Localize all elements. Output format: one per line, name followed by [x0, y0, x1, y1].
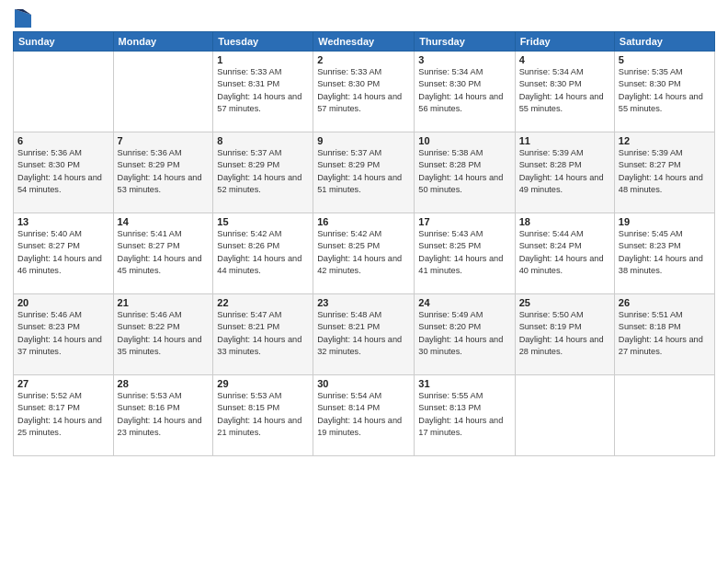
day-number: 16: [317, 216, 410, 227]
day-number: 28: [118, 378, 210, 389]
calendar-weekday-sunday: Sunday: [14, 32, 114, 52]
calendar-cell: 1Sunrise: 5:33 AMSunset: 8:31 PMDaylight…: [213, 52, 313, 132]
day-number: 10: [418, 135, 510, 146]
day-info: Sunrise: 5:41 AMSunset: 8:27 PMDaylight:…: [118, 228, 210, 277]
day-number: 4: [519, 54, 610, 65]
day-number: 1: [217, 54, 309, 65]
calendar-cell: 18Sunrise: 5:44 AMSunset: 8:24 PMDayligh…: [515, 213, 614, 294]
calendar-week-row: 13Sunrise: 5:40 AMSunset: 8:27 PMDayligh…: [14, 213, 715, 294]
day-number: 11: [519, 135, 610, 146]
day-number: 7: [118, 135, 210, 146]
day-info: Sunrise: 5:46 AMSunset: 8:23 PMDaylight:…: [17, 309, 109, 358]
day-info: Sunrise: 5:38 AMSunset: 8:28 PMDaylight:…: [418, 147, 510, 196]
day-info: Sunrise: 5:55 AMSunset: 8:13 PMDaylight:…: [418, 390, 510, 439]
day-number: 18: [519, 216, 610, 227]
calendar-cell: 16Sunrise: 5:42 AMSunset: 8:25 PMDayligh…: [313, 213, 415, 294]
day-info: Sunrise: 5:47 AMSunset: 8:21 PMDaylight:…: [217, 309, 309, 358]
calendar-cell: [614, 375, 714, 456]
calendar-cell: 7Sunrise: 5:36 AMSunset: 8:29 PMDaylight…: [113, 132, 213, 213]
calendar-weekday-thursday: Thursday: [415, 32, 515, 52]
calendar-weekday-wednesday: Wednesday: [313, 32, 415, 52]
calendar-cell: 14Sunrise: 5:41 AMSunset: 8:27 PMDayligh…: [113, 213, 213, 294]
calendar-cell: 28Sunrise: 5:53 AMSunset: 8:16 PMDayligh…: [113, 375, 213, 456]
logo-icon: [15, 9, 31, 28]
day-info: Sunrise: 5:50 AMSunset: 8:19 PMDaylight:…: [519, 309, 610, 358]
day-number: 9: [317, 135, 410, 146]
calendar-cell: [515, 375, 614, 456]
day-number: 24: [418, 297, 510, 308]
day-info: Sunrise: 5:39 AMSunset: 8:27 PMDaylight:…: [619, 147, 711, 196]
calendar-weekday-saturday: Saturday: [614, 32, 714, 52]
day-info: Sunrise: 5:33 AMSunset: 8:30 PMDaylight:…: [317, 66, 410, 115]
day-number: 23: [317, 297, 410, 308]
calendar-weekday-tuesday: Tuesday: [213, 32, 313, 52]
calendar-cell: 31Sunrise: 5:55 AMSunset: 8:13 PMDayligh…: [415, 375, 515, 456]
day-number: 26: [619, 297, 711, 308]
calendar-cell: 2Sunrise: 5:33 AMSunset: 8:30 PMDaylight…: [313, 52, 415, 132]
calendar-cell: [14, 52, 114, 132]
day-info: Sunrise: 5:35 AMSunset: 8:30 PMDaylight:…: [619, 66, 711, 115]
calendar-cell: 10Sunrise: 5:38 AMSunset: 8:28 PMDayligh…: [415, 132, 515, 213]
calendar-cell: 19Sunrise: 5:45 AMSunset: 8:23 PMDayligh…: [614, 213, 714, 294]
calendar-weekday-monday: Monday: [113, 32, 213, 52]
calendar-cell: 21Sunrise: 5:46 AMSunset: 8:22 PMDayligh…: [113, 294, 213, 375]
day-number: 31: [418, 378, 510, 389]
logo: [13, 11, 31, 28]
calendar-cell: 26Sunrise: 5:51 AMSunset: 8:18 PMDayligh…: [614, 294, 714, 375]
day-number: 5: [619, 54, 711, 65]
day-number: 19: [619, 216, 711, 227]
header: [13, 9, 715, 28]
day-info: Sunrise: 5:51 AMSunset: 8:18 PMDaylight:…: [619, 309, 711, 358]
day-info: Sunrise: 5:34 AMSunset: 8:30 PMDaylight:…: [418, 66, 510, 115]
day-number: 15: [217, 216, 309, 227]
calendar-cell: 27Sunrise: 5:52 AMSunset: 8:17 PMDayligh…: [14, 375, 114, 456]
calendar-table: SundayMondayTuesdayWednesdayThursdayFrid…: [13, 31, 715, 456]
day-number: 27: [17, 378, 109, 389]
calendar-cell: 4Sunrise: 5:34 AMSunset: 8:30 PMDaylight…: [515, 52, 614, 132]
calendar-cell: 23Sunrise: 5:48 AMSunset: 8:21 PMDayligh…: [313, 294, 415, 375]
calendar-week-row: 6Sunrise: 5:36 AMSunset: 8:30 PMDaylight…: [14, 132, 715, 213]
day-info: Sunrise: 5:39 AMSunset: 8:28 PMDaylight:…: [519, 147, 610, 196]
day-info: Sunrise: 5:45 AMSunset: 8:23 PMDaylight:…: [619, 228, 711, 277]
day-number: 30: [317, 378, 410, 389]
day-number: 25: [519, 297, 610, 308]
day-info: Sunrise: 5:49 AMSunset: 8:20 PMDaylight:…: [418, 309, 510, 358]
day-number: 6: [17, 135, 109, 146]
calendar-cell: 15Sunrise: 5:42 AMSunset: 8:26 PMDayligh…: [213, 213, 313, 294]
day-info: Sunrise: 5:53 AMSunset: 8:15 PMDaylight:…: [217, 390, 309, 439]
calendar-cell: 30Sunrise: 5:54 AMSunset: 8:14 PMDayligh…: [313, 375, 415, 456]
day-info: Sunrise: 5:53 AMSunset: 8:16 PMDaylight:…: [118, 390, 210, 439]
day-info: Sunrise: 5:37 AMSunset: 8:29 PMDaylight:…: [317, 147, 410, 196]
calendar-week-row: 27Sunrise: 5:52 AMSunset: 8:17 PMDayligh…: [14, 375, 715, 456]
day-info: Sunrise: 5:36 AMSunset: 8:29 PMDaylight:…: [118, 147, 210, 196]
day-number: 12: [619, 135, 711, 146]
calendar-cell: 9Sunrise: 5:37 AMSunset: 8:29 PMDaylight…: [313, 132, 415, 213]
calendar-cell: 24Sunrise: 5:49 AMSunset: 8:20 PMDayligh…: [415, 294, 515, 375]
calendar-cell: 17Sunrise: 5:43 AMSunset: 8:25 PMDayligh…: [415, 213, 515, 294]
calendar-cell: 29Sunrise: 5:53 AMSunset: 8:15 PMDayligh…: [213, 375, 313, 456]
day-number: 3: [418, 54, 510, 65]
day-info: Sunrise: 5:42 AMSunset: 8:26 PMDaylight:…: [217, 228, 309, 277]
day-number: 29: [217, 378, 309, 389]
day-info: Sunrise: 5:37 AMSunset: 8:29 PMDaylight:…: [217, 147, 309, 196]
calendar-cell: 11Sunrise: 5:39 AMSunset: 8:28 PMDayligh…: [515, 132, 614, 213]
day-info: Sunrise: 5:46 AMSunset: 8:22 PMDaylight:…: [118, 309, 210, 358]
day-number: 22: [217, 297, 309, 308]
day-info: Sunrise: 5:36 AMSunset: 8:30 PMDaylight:…: [17, 147, 109, 196]
calendar-cell: 20Sunrise: 5:46 AMSunset: 8:23 PMDayligh…: [14, 294, 114, 375]
page: SundayMondayTuesdayWednesdayThursdayFrid…: [0, 0, 728, 563]
calendar-cell: 8Sunrise: 5:37 AMSunset: 8:29 PMDaylight…: [213, 132, 313, 213]
day-number: 20: [17, 297, 109, 308]
day-number: 21: [118, 297, 210, 308]
calendar-weekday-friday: Friday: [515, 32, 614, 52]
day-number: 8: [217, 135, 309, 146]
calendar-cell: 6Sunrise: 5:36 AMSunset: 8:30 PMDaylight…: [14, 132, 114, 213]
day-info: Sunrise: 5:48 AMSunset: 8:21 PMDaylight:…: [317, 309, 410, 358]
day-info: Sunrise: 5:44 AMSunset: 8:24 PMDaylight:…: [519, 228, 610, 277]
calendar-cell: 3Sunrise: 5:34 AMSunset: 8:30 PMDaylight…: [415, 52, 515, 132]
day-number: 2: [317, 54, 410, 65]
calendar-cell: 5Sunrise: 5:35 AMSunset: 8:30 PMDaylight…: [614, 52, 714, 132]
day-number: 14: [118, 216, 210, 227]
day-number: 13: [17, 216, 109, 227]
calendar-cell: 12Sunrise: 5:39 AMSunset: 8:27 PMDayligh…: [614, 132, 714, 213]
